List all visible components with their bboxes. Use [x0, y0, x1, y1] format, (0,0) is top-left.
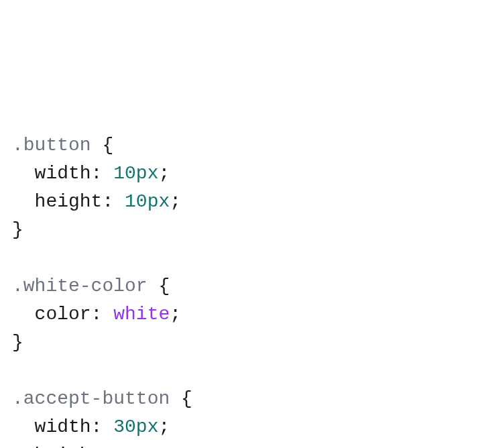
css-selector: .white-color	[12, 276, 147, 296]
code-line: .accept-button {	[12, 385, 468, 413]
css-property: width	[35, 163, 91, 184]
css-unit: px	[147, 191, 170, 212]
semicolon: ;	[170, 445, 181, 448]
open-brace: {	[181, 388, 192, 409]
code-line: .white-color {	[12, 272, 468, 300]
code-line: }	[12, 329, 468, 357]
semicolon: ;	[170, 191, 181, 212]
colon: :	[91, 304, 103, 325]
semicolon: ;	[158, 416, 170, 437]
css-selector: .button	[12, 135, 91, 156]
css-value-keyword: white	[113, 304, 170, 325]
css-value-number: 10	[113, 163, 136, 184]
css-unit: px	[147, 445, 170, 448]
css-value-number: 30	[113, 416, 136, 437]
blank-line	[12, 357, 468, 385]
code-line: .button {	[12, 131, 468, 160]
colon: :	[91, 163, 103, 184]
semicolon: ;	[170, 304, 181, 325]
css-property: width	[35, 416, 91, 437]
code-line: height: 30px;	[12, 441, 468, 448]
semicolon: ;	[158, 163, 170, 184]
css-property: color	[35, 304, 91, 325]
css-value-number: 30	[125, 445, 147, 448]
code-line: color: white;	[12, 300, 468, 329]
blank-line	[12, 244, 468, 272]
open-brace: {	[102, 135, 113, 156]
colon: :	[91, 416, 103, 437]
open-brace: {	[158, 276, 170, 296]
code-line: width: 30px;	[12, 413, 468, 441]
close-brace: }	[12, 332, 23, 353]
css-code-block: .button {width: 10px;height: 10px;} .whi…	[12, 131, 468, 448]
code-line: width: 10px;	[12, 160, 468, 188]
css-value-number: 10	[125, 191, 147, 212]
code-line: height: 10px;	[12, 188, 468, 216]
code-line: }	[12, 216, 468, 244]
colon: :	[102, 445, 113, 448]
css-unit: px	[136, 416, 159, 437]
css-selector: .accept-button	[12, 388, 170, 409]
css-unit: px	[136, 163, 159, 184]
css-property: height	[35, 191, 103, 212]
colon: :	[102, 191, 113, 212]
close-brace: }	[12, 219, 23, 240]
css-property: height	[35, 445, 103, 448]
